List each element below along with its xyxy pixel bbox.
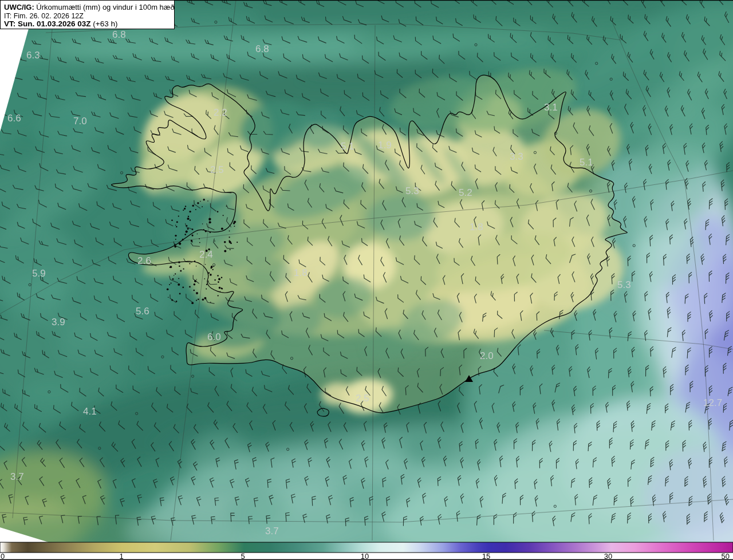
svg-text:0: 0 [1, 552, 5, 560]
svg-text:5.1: 5.1 [341, 141, 354, 152]
svg-text:1.8: 1.8 [470, 222, 483, 232]
svg-text:1: 1 [119, 552, 123, 560]
svg-text:3.7: 3.7 [10, 471, 24, 482]
svg-text:5: 5 [241, 552, 245, 560]
svg-text:12.7: 12.7 [703, 397, 722, 408]
svg-text:7.0: 7.0 [73, 116, 87, 127]
svg-text:6.6: 6.6 [7, 113, 21, 124]
svg-text:3.1: 3.1 [544, 102, 558, 113]
svg-text:2.0: 2.0 [480, 350, 494, 361]
svg-text:10: 10 [361, 552, 369, 560]
svg-text:2.2: 2.2 [214, 107, 227, 118]
svg-text:2.4: 2.4 [199, 249, 213, 260]
svg-text:6.8: 6.8 [112, 29, 126, 40]
svg-text:VT: Sun. 01.03.2026 03Z (+63 h: VT: Sun. 01.03.2026 03Z (+63 h) [4, 19, 118, 28]
svg-text:2.6: 2.6 [137, 255, 151, 266]
svg-text:3.3: 3.3 [510, 151, 523, 162]
svg-text:4.1: 4.1 [83, 406, 97, 417]
svg-text:1.9: 1.9 [378, 140, 392, 151]
svg-text:2.5: 2.5 [210, 164, 224, 175]
svg-text:5.9: 5.9 [32, 268, 46, 279]
svg-text:50: 50 [722, 552, 730, 560]
svg-text:IT: Fim. 26. 02. 2026 12Z: IT: Fim. 26. 02. 2026 12Z [4, 12, 84, 20]
svg-text:5.6: 5.6 [136, 306, 149, 317]
svg-text:3.9: 3.9 [52, 317, 65, 328]
svg-text:5.2: 5.2 [459, 187, 472, 198]
svg-text:30: 30 [604, 552, 612, 560]
svg-text:2.5: 2.5 [356, 393, 369, 404]
svg-text:UWC/IG: Úrkomumætti (mm) og vi: UWC/IG: Úrkomumætti (mm) og vindur i 100… [4, 3, 175, 11]
svg-text:3.7: 3.7 [265, 526, 279, 537]
svg-text:6.3: 6.3 [26, 50, 40, 61]
svg-text:5.1: 5.1 [580, 157, 593, 168]
svg-text:6.8: 6.8 [255, 44, 269, 54]
svg-text:5.3: 5.3 [617, 279, 631, 290]
svg-text:5.3: 5.3 [405, 186, 419, 196]
svg-text:6.0: 6.0 [207, 332, 221, 342]
svg-text:15: 15 [482, 552, 490, 560]
svg-text:1.8: 1.8 [294, 267, 308, 278]
